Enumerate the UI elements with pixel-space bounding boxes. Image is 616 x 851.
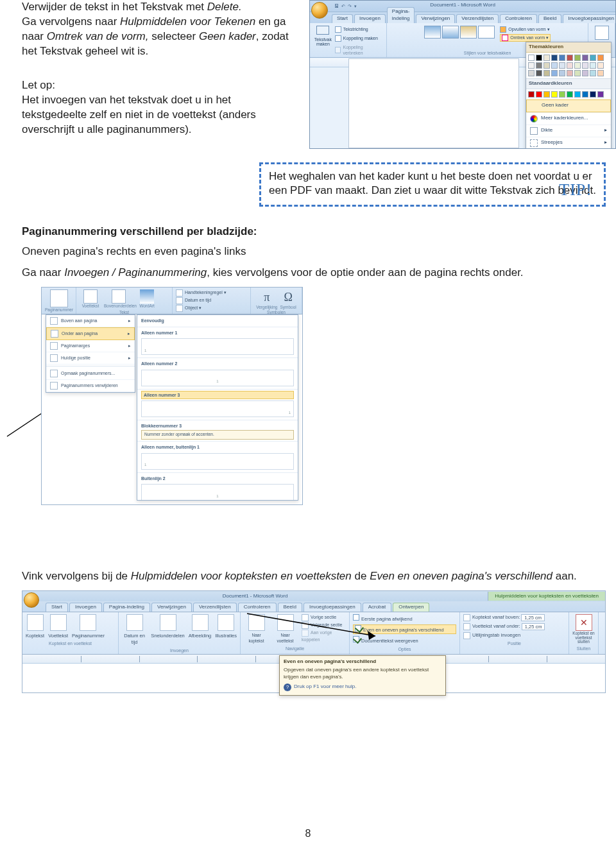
- color-swatch[interactable]: [597, 70, 604, 76]
- color-swatch[interactable]: [536, 55, 542, 61]
- footer-from-bottom[interactable]: Voettekst vanaf onder: 1,25 cm: [463, 623, 565, 630]
- tab-invoegtoepassingen[interactable]: Invoegtoepassingen: [563, 14, 616, 23]
- signature-line[interactable]: Handtekeningregel ▾: [176, 289, 247, 297]
- pi-icon[interactable]: π: [264, 291, 270, 304]
- close-header-footer-icon[interactable]: ✕: [576, 614, 592, 631]
- tab-verwijzingen[interactable]: Verwijzingen: [151, 603, 192, 612]
- color-swatch[interactable]: [551, 91, 558, 98]
- thumb[interactable]: 1: [141, 484, 294, 501]
- more-colors-item[interactable]: Meer kaderkleuren...: [526, 112, 611, 125]
- color-swatch[interactable]: [574, 70, 581, 76]
- color-swatch[interactable]: [543, 55, 550, 61]
- style-thumb-icon[interactable]: [424, 26, 441, 39]
- tab-pagina-indeling[interactable]: Pagina-indeling: [387, 7, 415, 23]
- color-swatch[interactable]: [574, 62, 581, 69]
- quickparts-icon[interactable]: [112, 289, 126, 304]
- style-thumb-icon[interactable]: [460, 26, 477, 39]
- footer-icon[interactable]: [50, 614, 67, 631]
- weight-item[interactable]: Dikte▸: [526, 125, 611, 137]
- tab-ontwerpen[interactable]: Ontwerpen: [393, 603, 429, 612]
- color-swatch[interactable]: [528, 70, 535, 76]
- pagenumber-icon[interactable]: [80, 614, 96, 631]
- quickparts-icon[interactable]: [160, 614, 176, 631]
- tab-invoegen[interactable]: Invoegen: [69, 603, 102, 612]
- link-create[interactable]: Koppeling maken: [335, 35, 382, 42]
- color-swatch[interactable]: [590, 91, 596, 98]
- menu-format[interactable]: Opmaak paginanummers...: [46, 368, 135, 380]
- shape-outline[interactable]: Omtrek van vorm ▾: [500, 34, 551, 42]
- color-swatch[interactable]: [582, 70, 588, 76]
- menu-remove[interactable]: Paginanummers verwijderen: [46, 380, 135, 392]
- picture-icon[interactable]: [192, 614, 209, 631]
- color-swatch[interactable]: [567, 91, 573, 98]
- color-swatch[interactable]: [528, 62, 535, 69]
- color-swatch[interactable]: [574, 91, 581, 98]
- style-thumb-icon[interactable]: [442, 26, 459, 39]
- thumb[interactable]: 1: [141, 370, 294, 386]
- tab-start[interactable]: Start: [332, 14, 353, 23]
- menu-top-of-page[interactable]: Boven aan pagina▸: [46, 315, 135, 327]
- clipart-icon[interactable]: [218, 614, 234, 631]
- menu-bottom-of-page[interactable]: Onder aan pagina▸: [46, 327, 135, 340]
- date-time[interactable]: Datum en tijd: [176, 297, 247, 304]
- omega-icon[interactable]: Ω: [284, 291, 292, 304]
- color-swatch[interactable]: [559, 91, 565, 98]
- shadow-icon[interactable]: [595, 26, 609, 40]
- text-direction[interactable]: Tekstrichting: [335, 26, 382, 33]
- color-swatch[interactable]: [536, 70, 542, 76]
- textbox-icon[interactable]: [316, 26, 329, 35]
- color-swatch[interactable]: [597, 62, 604, 69]
- insert-align-tab[interactable]: Uitlijningstab invoegen: [463, 632, 565, 639]
- tab-beeld[interactable]: Beeld: [538, 14, 561, 23]
- thumb[interactable]: 1: [141, 338, 294, 355]
- tab-pagina-indeling[interactable]: Pagina-indeling: [103, 603, 150, 612]
- color-swatch[interactable]: [551, 70, 558, 76]
- color-swatch[interactable]: [590, 70, 596, 76]
- tab-controleren[interactable]: Controleren: [500, 14, 537, 23]
- color-swatch[interactable]: [590, 55, 596, 61]
- color-swatch[interactable]: [543, 62, 550, 69]
- pagenumber-gallery[interactable]: Eenvoudig Alleen nummer 11 Alleen nummer…: [137, 314, 298, 501]
- color-swatch[interactable]: [582, 55, 588, 61]
- color-swatch[interactable]: [582, 91, 588, 98]
- color-swatch[interactable]: [528, 91, 535, 98]
- office-button-icon[interactable]: [311, 2, 328, 19]
- color-swatch[interactable]: [559, 70, 565, 76]
- tab-start[interactable]: Start: [46, 603, 68, 612]
- thumb[interactable]: 1: [141, 400, 294, 417]
- quick-access-toolbar[interactable]: 🖫 ↶ ↷ ▾: [334, 3, 357, 9]
- color-swatch[interactable]: [528, 55, 535, 61]
- footer-icon[interactable]: [83, 289, 98, 304]
- datetime-icon[interactable]: [126, 614, 143, 631]
- wordart-icon[interactable]: [140, 289, 154, 304]
- color-swatch[interactable]: [543, 91, 550, 98]
- color-swatch[interactable]: [567, 55, 573, 61]
- color-swatch[interactable]: [543, 70, 550, 76]
- color-swatch[interactable]: [536, 62, 542, 69]
- shape-fill[interactable]: Opvullen van vorm ▾: [500, 26, 551, 33]
- tab-verwijzingen[interactable]: Verwijzingen: [416, 14, 455, 23]
- no-outline-item[interactable]: Geen kader: [526, 99, 611, 112]
- object[interactable]: Object ▾: [176, 305, 247, 312]
- color-swatch[interactable]: [536, 91, 542, 98]
- color-swatch[interactable]: [567, 70, 573, 76]
- menu-margins[interactable]: Paginamarges▸: [46, 340, 135, 352]
- office-button-icon[interactable]: [24, 592, 39, 608]
- color-swatch[interactable]: [597, 55, 604, 61]
- style-thumb-icon[interactable]: [478, 26, 495, 39]
- color-swatch[interactable]: [582, 62, 588, 69]
- tab-invoegen[interactable]: Invoegen: [354, 14, 386, 23]
- thumb[interactable]: 1: [141, 453, 294, 470]
- tab-verzendlijsten[interactable]: Verzendlijsten: [456, 14, 499, 23]
- color-swatch[interactable]: [590, 62, 596, 69]
- color-swatch[interactable]: [551, 62, 558, 69]
- menu-current-pos[interactable]: Huidige positie▸: [46, 352, 135, 365]
- header-icon[interactable]: [27, 614, 44, 631]
- color-swatch[interactable]: [567, 62, 573, 69]
- tab-verzendlijsten[interactable]: Verzendlijsten: [193, 603, 237, 612]
- header-from-top[interactable]: Koptekst vanaf boven: 1,25 cm: [463, 614, 565, 621]
- color-swatch[interactable]: [574, 55, 581, 61]
- page-number-icon[interactable]: [50, 289, 68, 307]
- color-swatch[interactable]: [559, 55, 565, 61]
- dashes-item[interactable]: Streepjes▸: [526, 137, 611, 149]
